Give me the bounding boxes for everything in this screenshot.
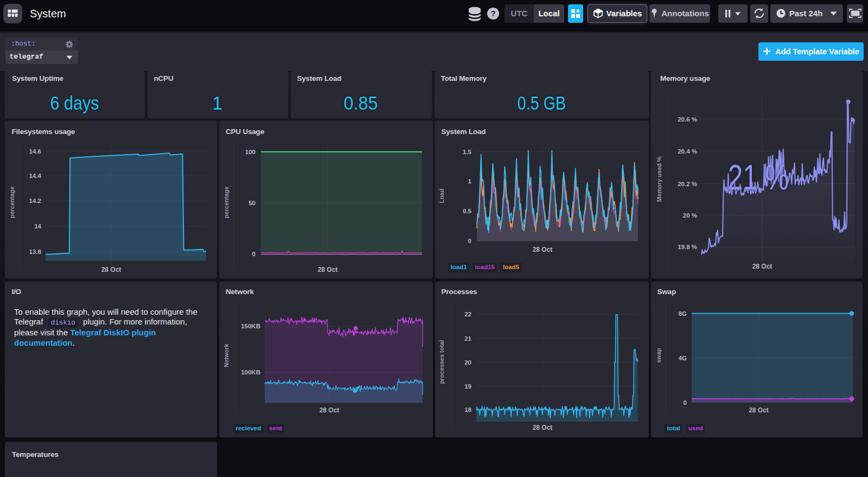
svg-text:percentage: percentage	[223, 187, 229, 219]
svg-text:150KB: 150KB	[241, 323, 260, 329]
svg-text:21 %: 21 %	[728, 158, 789, 197]
svg-text:1.5: 1.5	[463, 149, 472, 155]
svg-text:20.4 %: 20.4 %	[678, 148, 697, 155]
svg-text:100KB: 100KB	[241, 369, 260, 376]
svg-text:Memory used %: Memory used %	[656, 156, 662, 202]
svg-text:28 Oct: 28 Oct	[320, 406, 340, 414]
svg-text:20.2 %: 20.2 %	[678, 181, 697, 187]
svg-text:0: 0	[252, 251, 256, 257]
svg-text:28 Oct: 28 Oct	[101, 266, 122, 274]
svg-text:percentage: percentage	[9, 187, 15, 219]
svg-text:Load: Load	[438, 189, 445, 203]
svg-text:19.8 %: 19.8 %	[678, 244, 697, 250]
svg-text:19: 19	[464, 383, 471, 390]
svg-text:14.2: 14.2	[29, 198, 41, 204]
svg-text:processes total: processes total	[438, 340, 445, 384]
svg-text:28 Oct: 28 Oct	[752, 263, 773, 270]
svg-text:14.6: 14.6	[29, 148, 41, 155]
svg-text:0: 0	[468, 238, 471, 244]
svg-text:28 Oct: 28 Oct	[533, 424, 553, 431]
svg-text:20 %: 20 %	[683, 212, 697, 219]
svg-text:20: 20	[464, 359, 471, 366]
svg-text:20.6 %: 20.6 %	[678, 116, 697, 123]
svg-text:28 Oct: 28 Oct	[749, 406, 769, 414]
svg-text:50: 50	[248, 200, 256, 206]
svg-text:4G: 4G	[679, 355, 687, 361]
svg-text:13.8: 13.8	[29, 249, 42, 255]
svg-text:Network: Network	[223, 343, 229, 367]
svg-text:22: 22	[464, 311, 471, 317]
svg-text:21: 21	[464, 335, 471, 342]
svg-text:18: 18	[464, 406, 471, 413]
svg-text:14: 14	[34, 223, 41, 230]
svg-text:100: 100	[245, 149, 256, 155]
svg-text:1: 1	[468, 178, 472, 185]
svg-text:28 Oct: 28 Oct	[533, 246, 553, 253]
svg-text:0.5: 0.5	[463, 208, 472, 214]
svg-text:14.4: 14.4	[29, 173, 42, 179]
svg-text:swap: swap	[655, 348, 662, 363]
svg-text:0: 0	[684, 399, 687, 406]
svg-text:28 Oct: 28 Oct	[318, 266, 338, 274]
svg-text:8G: 8G	[679, 310, 687, 317]
